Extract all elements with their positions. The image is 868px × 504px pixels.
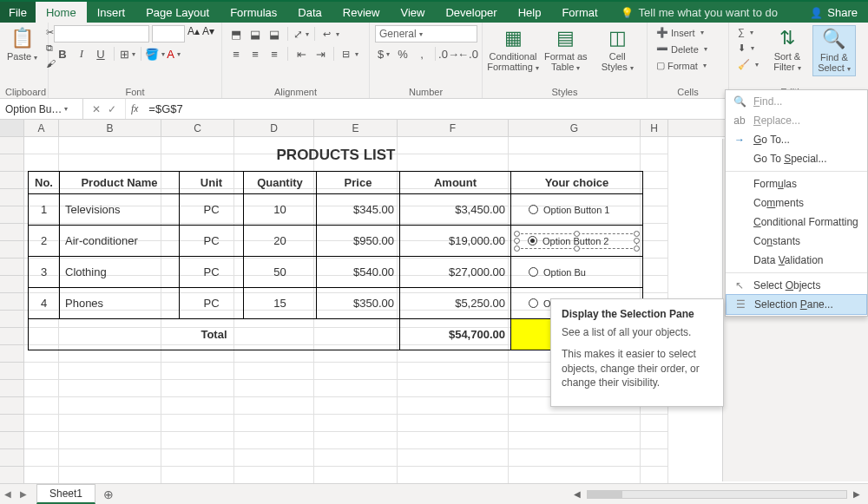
cell-price[interactable]: $345.00 [317,194,400,226]
hscroll-thumb[interactable] [588,491,622,498]
sort-filter-button[interactable]: ⇅ Sort &Filter [766,25,809,75]
hscroll-left[interactable]: ◀ [571,489,583,499]
menu-find[interactable]: 🔍Find... [726,92,867,111]
border-button[interactable]: ⊞ [119,45,136,62]
bold-button[interactable]: B [54,45,71,62]
cell-unit[interactable]: PC [180,288,244,319]
cell-unit[interactable]: PC [180,257,244,288]
tab-help[interactable]: Help [508,2,552,23]
cell-amount[interactable]: $19,000.00 [400,226,511,257]
sheet-nav-next[interactable]: ▶ [16,489,31,499]
col-header-G[interactable]: G [509,120,641,136]
accounting-button[interactable]: $ [375,45,392,62]
find-select-button[interactable]: 🔍 Find &Select [812,25,856,76]
cell-qty[interactable]: 50 [244,257,317,288]
clear-button[interactable]: 🧹 [734,57,762,72]
col-header-C[interactable]: C [161,120,234,136]
menu-select-objects[interactable]: ↖Select Objects [726,276,867,295]
name-box[interactable]: Option Bu… [0,99,83,119]
increase-indent-button[interactable]: ⇥ [312,45,329,62]
col-header-B[interactable]: B [59,120,161,136]
menu-formulas[interactable]: Formulas [726,174,867,193]
select-all-corner[interactable] [0,120,24,136]
hscroll-right[interactable]: ▶ [851,489,863,499]
number-format[interactable]: General [375,25,477,43]
menu-constants[interactable]: Constants [726,232,867,251]
cell-no[interactable]: 4 [29,288,60,319]
cell-qty[interactable]: 20 [244,226,317,257]
font-name[interactable] [54,25,149,43]
fx-icon[interactable]: fx [126,99,143,119]
align-middle-button[interactable]: ⬓ [247,25,264,43]
align-center-button[interactable]: ≡ [247,45,264,62]
format-cells-button[interactable]: ▢Format [653,58,711,73]
cell-name[interactable]: Phones [60,288,180,319]
comma-button[interactable]: , [413,45,431,62]
tab-data[interactable]: Data [287,2,332,23]
option-button-1[interactable]: Option Button 1 [516,205,637,215]
accept-formula-button[interactable]: ✓ [108,103,116,115]
tab-file[interactable]: File [0,2,36,23]
tab-formulas[interactable]: Formulas [220,2,287,23]
tab-format[interactable]: Format [551,2,608,23]
conditional-formatting-button[interactable]: ▦ ConditionalFormatting [488,25,538,75]
insert-cells-button[interactable]: ➕Insert [653,25,711,40]
col-header-A[interactable]: A [24,120,59,136]
delete-cells-button[interactable]: ➖Delete [653,42,711,56]
autosum-button[interactable]: ∑ [734,25,762,39]
cell-no[interactable]: 2 [29,226,60,257]
percent-button[interactable]: % [394,45,411,62]
col-header-F[interactable]: F [398,120,509,136]
cell-styles-button[interactable]: ◫ CellStyles [594,25,642,75]
cell-name[interactable]: Televisions [60,194,180,226]
col-header-D[interactable]: D [234,120,314,136]
tab-home[interactable]: Home [36,2,87,23]
cell-name[interactable]: Clothing [60,257,180,288]
hscroll-track[interactable] [587,490,847,499]
cell-amount[interactable]: $5,250.00 [400,288,511,319]
tab-insert[interactable]: Insert [87,2,136,23]
orientation-button[interactable]: ⤢ [293,25,310,43]
merge-button[interactable]: ⊟ [339,45,362,62]
cell-price[interactable]: $950.00 [317,226,400,257]
menu-data-validation[interactable]: Data Validation [726,251,867,270]
tab-view[interactable]: View [390,2,435,23]
sheet-nav-prev[interactable]: ◀ [0,489,16,499]
cell-name[interactable]: Air-conditioner [60,226,180,257]
share-button[interactable]: Share [799,2,868,23]
font-size[interactable] [152,25,185,43]
cell-unit[interactable]: PC [180,194,244,226]
font-color-button[interactable]: A [165,45,182,62]
cell-no[interactable]: 3 [29,257,60,288]
cell-price[interactable]: $540.00 [317,257,400,288]
cell-amount[interactable]: $3,450.00 [400,194,511,226]
tab-page-layout[interactable]: Page Layout [135,2,220,23]
cell-no[interactable]: 1 [29,194,60,226]
menu-goto[interactable]: →Go To... [726,130,867,149]
fill-button[interactable]: ⬇ [734,41,762,56]
add-sheet-button[interactable]: ⊕ [99,488,118,501]
cell-price[interactable]: $350.00 [317,288,400,319]
paste-button[interactable]: 📋 Paste [5,25,39,63]
menu-replace[interactable]: abReplace... [726,111,867,130]
align-bottom-button[interactable]: ⬓ [266,25,283,43]
align-left-button[interactable]: ≡ [227,45,245,62]
decrease-font-button[interactable]: A▾ [202,25,214,43]
option-button-2[interactable]: Option Button 2 [516,233,637,249]
cell-qty[interactable]: 10 [244,194,317,226]
decrease-indent-button[interactable]: ⇤ [293,45,310,62]
col-header-H[interactable]: H [641,120,668,136]
align-right-button[interactable]: ≡ [266,45,283,62]
tell-me[interactable]: Tell me what you want to do [608,2,790,23]
col-header-E[interactable]: E [314,120,398,136]
cell-unit[interactable]: PC [180,226,244,257]
increase-font-button[interactable]: A▴ [187,25,200,43]
cell-choice[interactable]: Option Button 1 [511,194,643,226]
sheet-tab-1[interactable]: Sheet1 [36,484,95,504]
menu-cond-format[interactable]: Conditional Formatting [726,213,867,232]
menu-selection-pane[interactable]: ☰Selection Pane... [726,294,867,315]
wrap-text-button[interactable]: ↩ [319,25,343,43]
format-as-table-button[interactable]: ▤ Format asTable [542,25,590,75]
underline-button[interactable]: U [92,45,109,62]
fill-color-button[interactable]: 🪣 [146,45,163,62]
